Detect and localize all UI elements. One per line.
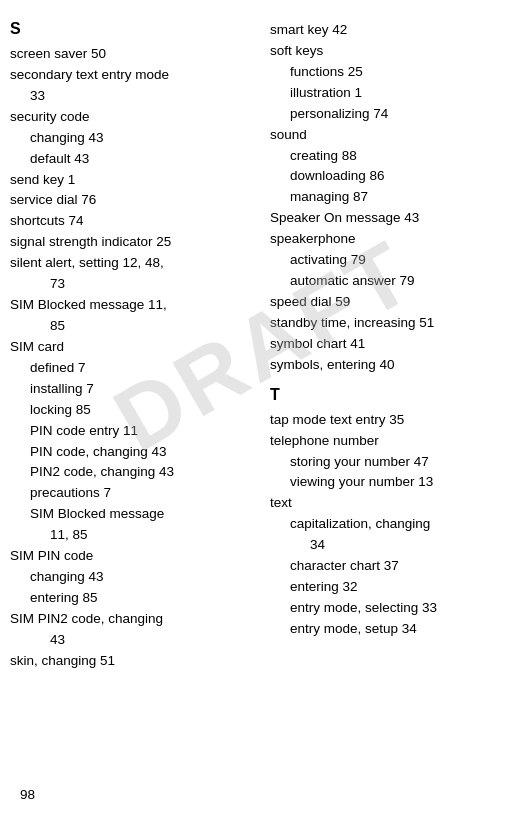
left-entries: screen saver 50 secondary text entry mod… — [10, 44, 255, 672]
list-item: smart key 42 — [270, 20, 517, 41]
left-column: S screen saver 50 secondary text entry m… — [10, 20, 265, 672]
list-item: shortcuts 74 — [10, 211, 255, 232]
list-item: secondary text entry mode 33 — [10, 65, 255, 107]
list-item: symbols, entering 40 — [270, 355, 517, 376]
list-item: SIM PIN2 code, changing 43 — [10, 609, 255, 651]
list-item: service dial 76 — [10, 190, 255, 211]
list-item: soft keys functions 25 illustration 1 pe… — [270, 41, 517, 125]
list-item: sound creating 88 downloading 86 managin… — [270, 125, 517, 209]
list-item: SIM card defined 7 installing 7 locking … — [10, 337, 255, 546]
section-letter-s: S — [10, 20, 255, 38]
section-letter-t: T — [270, 386, 517, 404]
list-item: silent alert, setting 12, 48, 73 — [10, 253, 255, 295]
list-item: screen saver 50 — [10, 44, 255, 65]
list-item: security code changing 43 default 43 — [10, 107, 255, 170]
right-entries-bottom: tap mode text entry 35 telephone number … — [270, 410, 517, 640]
list-item: Speaker On message 43 — [270, 208, 517, 229]
list-item: skin, changing 51 — [10, 651, 255, 672]
list-item: telephone number storing your number 47 … — [270, 431, 517, 494]
right-entries-top: smart key 42 soft keys functions 25 illu… — [270, 20, 517, 376]
list-item: speakerphone activating 79 automatic ans… — [270, 229, 517, 292]
list-item: standby time, increasing 51 — [270, 313, 517, 334]
right-column: smart key 42 soft keys functions 25 illu… — [265, 20, 517, 672]
list-item: speed dial 59 — [270, 292, 517, 313]
page-container: DRAFT S screen saver 50 secondary text e… — [0, 0, 527, 692]
page-number: 98 — [20, 787, 35, 802]
list-item: send key 1 — [10, 170, 255, 191]
list-item: SIM Blocked message 11, 85 — [10, 295, 255, 337]
list-item: symbol chart 41 — [270, 334, 517, 355]
list-item: SIM PIN code changing 43 entering 85 — [10, 546, 255, 609]
list-item: tap mode text entry 35 — [270, 410, 517, 431]
list-item: text capitalization, changing 34 charact… — [270, 493, 517, 639]
list-item: signal strength indicator 25 — [10, 232, 255, 253]
